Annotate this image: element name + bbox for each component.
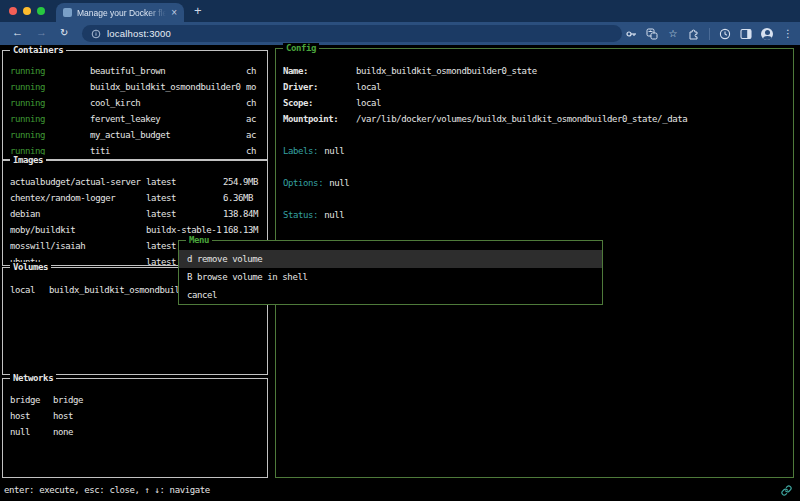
tab-strip: Manage your Docker fleet wi × +	[0, 0, 800, 22]
config-field: Scope: local	[276, 95, 793, 111]
container-name: cool_kirch	[90, 95, 140, 111]
container-row[interactable]: running buildx_buildkit_osmondbuilder0 m…	[3, 79, 267, 95]
menu-item-remove-volume[interactable]: d remove volume	[179, 250, 602, 268]
tab-title: Manage your Docker fleet wi	[77, 8, 166, 18]
container-image: ac	[246, 111, 256, 127]
container-row[interactable]: running my_actual_budget ac	[3, 127, 267, 143]
container-state: running	[10, 79, 45, 95]
container-image: ch	[246, 143, 256, 159]
image-tag: latest	[146, 206, 176, 222]
image-name: debian	[10, 206, 40, 222]
image-size: 254.9MB	[223, 174, 258, 190]
network-name: null	[10, 424, 30, 440]
action-menu-popup: Menu d remove volume B browse volume in …	[178, 240, 603, 305]
menu-item-cancel[interactable]: cancel	[179, 286, 602, 304]
back-button[interactable]: ←	[12, 26, 23, 38]
container-state: running	[10, 63, 45, 79]
close-tab-icon[interactable]: ×	[171, 8, 177, 18]
container-image: ch	[246, 95, 256, 111]
reload-button[interactable]: ↻	[60, 27, 68, 38]
network-driver: host	[53, 408, 73, 424]
container-name: beautiful_brown	[90, 63, 165, 79]
config-field-value: /var/lib/docker/volumes/buildx_buildkit_…	[356, 111, 687, 127]
containers-panel[interactable]: Containers running beautiful_brown ch ru…	[2, 50, 268, 160]
image-row[interactable]: moby/buildkit buildx-stable-1 168.13M	[3, 222, 267, 238]
forward-button[interactable]: →	[36, 26, 47, 38]
maximize-window-button[interactable]	[37, 7, 45, 15]
profile-avatar[interactable]	[761, 28, 773, 40]
image-row[interactable]: actualbudget/actual-server latest 254.9M…	[3, 174, 267, 190]
container-name: my_actual_budget	[90, 127, 170, 143]
image-row[interactable]: chentex/random-logger latest 6.36MB	[3, 190, 267, 206]
menu-item-browse-volume[interactable]: B browse volume in shell	[179, 268, 602, 286]
container-state: running	[10, 127, 45, 143]
browser-toolbar: ← → ↻ localhost:3000 ☆	[0, 22, 800, 45]
config-field: Status:null	[276, 207, 793, 223]
containers-panel-title: Containers	[10, 45, 66, 56]
config-field-value: null	[329, 178, 349, 188]
bookmark-star-icon[interactable]: ☆	[667, 28, 679, 40]
config-field-label: Labels:	[283, 146, 318, 156]
network-driver: bridge	[53, 392, 83, 408]
image-size: 138.84M	[223, 206, 258, 222]
config-field: Driver: local	[276, 79, 793, 95]
container-state: running	[10, 111, 45, 127]
new-tab-button[interactable]: +	[194, 3, 202, 18]
connection-link-icon	[781, 485, 792, 496]
config-field-label: Name:	[283, 63, 308, 79]
volumes-panel-title: Volumes	[10, 262, 51, 273]
image-row[interactable]: debian latest 138.84M	[3, 206, 267, 222]
volume-driver: local	[10, 282, 35, 298]
image-tag: latest	[146, 174, 176, 190]
status-bar: enter: execute, esc: close, ↑ ↓: navigat…	[0, 482, 800, 501]
config-field-label: Driver:	[283, 79, 318, 95]
config-field: Mountpoint: /var/lib/docker/volumes/buil…	[276, 111, 793, 127]
extension-badge-icon[interactable]	[719, 28, 731, 40]
side-panel-icon[interactable]	[740, 28, 752, 40]
image-name: actualbudget/actual-server	[10, 174, 140, 190]
config-field-value: local	[356, 79, 381, 95]
config-field-value: buildx_buildkit_osmondbuilder0_state	[356, 63, 537, 79]
container-image: mo	[246, 79, 256, 95]
config-field-value: null	[324, 146, 344, 156]
image-size: 168.13M	[223, 222, 258, 238]
network-name: bridge	[10, 392, 40, 408]
container-name: titi	[90, 143, 110, 159]
image-tag: latest	[146, 238, 176, 254]
network-row[interactable]: null none	[3, 424, 267, 440]
translate-icon[interactable]	[646, 28, 658, 40]
config-field: Options:null	[276, 175, 793, 191]
extensions-icon[interactable]	[688, 28, 700, 40]
image-tag: latest	[146, 190, 176, 206]
password-manager-icon[interactable]	[625, 28, 637, 40]
browser-tab[interactable]: Manage your Docker fleet wi ×	[56, 3, 184, 22]
tab-favicon	[63, 8, 72, 17]
image-name: moby/buildkit	[10, 222, 75, 238]
networks-panel[interactable]: Networks bridge bridge host host null no…	[2, 378, 268, 478]
address-bar[interactable]: localhost:3000	[82, 25, 622, 42]
container-row[interactable]: running beautiful_brown ch	[3, 63, 267, 79]
container-name: buildx_buildkit_osmondbuilder0	[90, 79, 241, 95]
config-panel-title: Config	[283, 43, 319, 54]
config-field: Labels:null	[276, 143, 793, 159]
browser-chrome: Manage your Docker fleet wi × + ← → ↻ lo…	[0, 0, 800, 45]
site-info-icon[interactable]	[91, 29, 101, 39]
network-row[interactable]: host host	[3, 408, 267, 424]
close-window-button[interactable]	[9, 7, 17, 15]
config-field-label: Scope:	[283, 95, 313, 111]
browser-menu-icon[interactable]: ⋮	[782, 28, 794, 40]
minimize-window-button[interactable]	[23, 7, 31, 15]
config-field-label: Options:	[283, 178, 323, 188]
image-tag: latest	[146, 254, 176, 265]
toolbar-divider	[709, 28, 710, 40]
url-text: localhost:3000	[107, 28, 171, 39]
images-panel-title: Images	[10, 155, 46, 166]
network-row[interactable]: bridge bridge	[3, 392, 267, 408]
terminal-app: Containers running beautiful_brown ch ru…	[0, 45, 800, 501]
config-field-value: local	[356, 95, 381, 111]
container-row[interactable]: running cool_kirch ch	[3, 95, 267, 111]
container-image: ch	[246, 63, 256, 79]
network-driver: none	[53, 424, 73, 440]
container-image: ac	[246, 127, 256, 143]
container-row[interactable]: running fervent_leakey ac	[3, 111, 267, 127]
